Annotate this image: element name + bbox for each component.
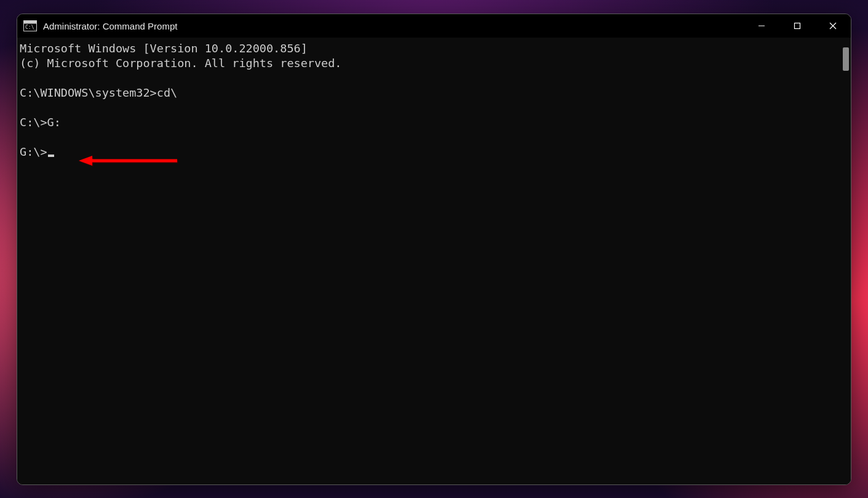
terminal-line: Microsoft Windows [Version 10.0.22000.85…	[20, 42, 308, 55]
svg-rect-1	[24, 21, 37, 24]
cmd-icon: C:\_	[23, 20, 37, 31]
titlebar[interactable]: C:\_ Administrator: Command Prompt	[17, 14, 851, 38]
terminal-line: C:\>G:	[20, 116, 61, 129]
cursor	[48, 155, 54, 157]
terminal-line: (c) Microsoft Corporation. All rights re…	[20, 57, 341, 70]
maximize-button[interactable]	[779, 14, 815, 38]
svg-marker-8	[79, 156, 92, 166]
svg-text:C:\_: C:\_	[25, 25, 37, 30]
command-prompt-window: C:\_ Administrator: Command Prompt Micro…	[17, 14, 851, 485]
svg-rect-4	[795, 23, 800, 29]
window-controls	[744, 14, 851, 38]
scrollbar-thumb[interactable]	[843, 47, 849, 71]
close-button[interactable]	[815, 14, 851, 38]
terminal-line: C:\WINDOWS\system32>cd\	[20, 86, 177, 99]
minimize-button[interactable]	[744, 14, 779, 38]
annotation-arrow-icon	[79, 153, 183, 168]
vertical-scrollbar[interactable]	[841, 38, 851, 484]
window-title: Administrator: Command Prompt	[43, 21, 177, 31]
terminal-output[interactable]: Microsoft Windows [Version 10.0.22000.85…	[17, 38, 841, 484]
terminal-line: G:\>	[20, 145, 47, 158]
